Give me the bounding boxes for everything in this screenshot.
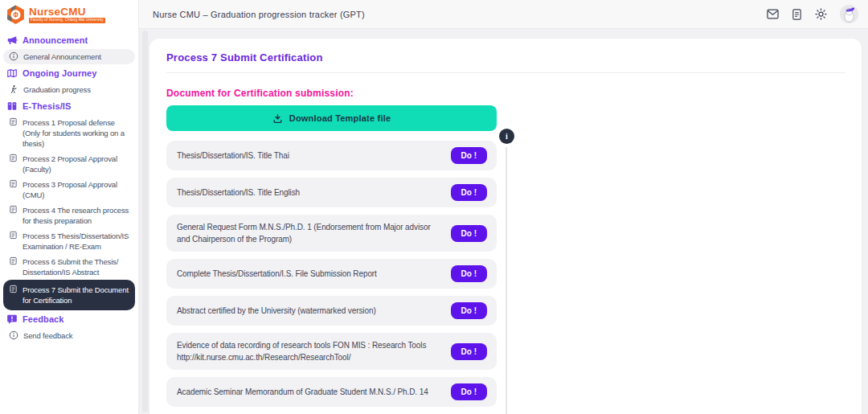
map-icon bbox=[6, 68, 18, 79]
nursecmu-hexagon-logo-icon bbox=[6, 4, 26, 25]
sidebar-item-process-2[interactable]: Process 2 Proposal Approval (Faculty) bbox=[3, 151, 135, 177]
sidebar-item-label: General Announcement bbox=[23, 51, 101, 62]
sidebar-nav: Announcement General Announcement Ongoin… bbox=[0, 29, 138, 343]
do-button[interactable]: Do ! bbox=[451, 184, 487, 201]
document-icon bbox=[9, 179, 18, 188]
sidebar-item-process-5[interactable]: Process 5 Thesis/Dissertation/IS Examina… bbox=[3, 228, 135, 254]
sidebar-item-label: Process 4 The research process for thesi… bbox=[23, 205, 130, 226]
document-icon bbox=[9, 154, 18, 162]
document-label: Complete Thesis/Dissertation/I.S. File S… bbox=[177, 268, 444, 280]
megaphone-icon bbox=[6, 35, 18, 46]
divider bbox=[166, 72, 845, 73]
document-icon bbox=[9, 256, 18, 265]
sidebar-section-announcement: Announcement bbox=[3, 31, 135, 49]
document-icon bbox=[9, 117, 18, 126]
document-icon bbox=[9, 205, 18, 214]
document-label: Thesis/Dissertation/IS. Title Thai bbox=[177, 150, 444, 162]
document-row-academic-seminar-memo: Academic Seminar Memorandum of Graduate … bbox=[166, 377, 497, 407]
document-row-thai-title: Thesis/Dissertation/IS. Title Thai Do ! bbox=[166, 141, 497, 170]
timeline-line bbox=[506, 147, 507, 414]
app-logo[interactable]: NurseCMU Faculty of Nursing, Chiang Mai … bbox=[0, 0, 138, 29]
process-card: Process 7 Submit Certification Document … bbox=[149, 39, 862, 414]
sidebar-item-label: Process 2 Proposal Approval (Faculty) bbox=[23, 154, 130, 174]
sidebar-item-process-4[interactable]: Process 4 The research process for thesi… bbox=[3, 203, 135, 228]
document-row-research-tools-evidence: Evidence of data recording of research t… bbox=[166, 333, 497, 370]
scrollbar-track[interactable] bbox=[142, 31, 148, 412]
document-icon bbox=[9, 231, 18, 240]
sidebar-section-ongoing-journey: Ongoing Journey bbox=[3, 64, 135, 82]
sidebar-item-general-announcement[interactable]: General Announcement bbox=[3, 49, 135, 64]
sidebar-item-label: Process 3 Proposal Approval (CMU) bbox=[23, 179, 130, 200]
brand-tagline: Faculty of Nursing, Chiang Mai Universit… bbox=[29, 18, 105, 23]
sidebar-section-label: Ongoing Journey bbox=[23, 68, 97, 78]
sidebar-section-feedback: Feedback bbox=[3, 310, 135, 328]
sidebar-item-label: Process 5 Thesis/Dissertation/IS Examina… bbox=[23, 231, 130, 252]
download-template-button[interactable]: Download Template file bbox=[166, 105, 497, 131]
document-row-general-request-form: General Request Form M.N.S./Ph.D. 1 (End… bbox=[166, 215, 497, 252]
brand-name: NurseCMU bbox=[29, 6, 105, 18]
do-button[interactable]: Do ! bbox=[451, 265, 487, 282]
document-icon[interactable] bbox=[792, 9, 802, 20]
sidebar-item-label: Process 6 Submit the Thesis/ Dissertatio… bbox=[23, 256, 130, 277]
document-label: Thesis/Dissertation/IS. Title English bbox=[177, 187, 444, 199]
app-title: Nurse CMU – Graduation progression track… bbox=[153, 10, 365, 19]
download-button-label: Download Template file bbox=[289, 113, 391, 123]
info-circle-icon bbox=[9, 51, 18, 61]
do-button[interactable]: Do ! bbox=[451, 225, 487, 242]
do-button[interactable]: Do ! bbox=[451, 302, 487, 319]
download-icon bbox=[272, 113, 283, 124]
user-avatar[interactable] bbox=[840, 5, 858, 23]
info-circle-icon bbox=[9, 330, 18, 340]
main-content: Process 7 Submit Certification Document … bbox=[139, 29, 868, 414]
sidebar-item-label: Process 7 Submit the Document for Certif… bbox=[23, 285, 130, 305]
sidebar: NurseCMU Faculty of Nursing, Chiang Mai … bbox=[0, 0, 139, 414]
do-button[interactable]: Do ! bbox=[451, 383, 487, 400]
sidebar-section-label: Announcement bbox=[23, 35, 88, 45]
mail-icon[interactable] bbox=[767, 9, 779, 19]
do-button[interactable]: Do ! bbox=[451, 147, 487, 164]
page-title: Process 7 Submit Certification bbox=[166, 51, 845, 64]
document-row-file-submission-report: Complete Thesis/Dissertation/I.S. File S… bbox=[166, 259, 497, 289]
sidebar-item-process-6[interactable]: Process 6 Submit the Thesis/ Dissertatio… bbox=[3, 254, 135, 280]
document-row-english-title: Thesis/Dissertation/IS. Title English Do… bbox=[166, 178, 497, 207]
sidebar-item-label: Process 1 Proposal defense (Only for stu… bbox=[23, 117, 130, 149]
books-icon bbox=[6, 100, 18, 112]
sidebar-section-ethesis: E-Thesis/IS bbox=[3, 97, 135, 115]
sidebar-item-process-1[interactable]: Process 1 Proposal defense (Only for stu… bbox=[3, 115, 135, 151]
sidebar-item-label: Send feedback bbox=[23, 330, 72, 341]
document-row-abstract-certified: Abstract certified by the University (wa… bbox=[166, 296, 497, 326]
document-label: Academic Seminar Memorandum of Graduate … bbox=[177, 386, 444, 398]
sidebar-item-process-3[interactable]: Process 3 Proposal Approval (CMU) bbox=[3, 177, 135, 203]
document-label: Abstract certified by the University (wa… bbox=[177, 305, 444, 317]
info-icon[interactable]: i bbox=[499, 129, 514, 144]
sidebar-section-label: E-Thesis/IS bbox=[23, 101, 71, 111]
document-label: General Request Form M.N.S./Ph.D. 1 (End… bbox=[177, 221, 444, 245]
document-label: Evidence of data recording of research t… bbox=[177, 339, 444, 363]
sidebar-section-label: Feedback bbox=[23, 314, 64, 324]
section-label: Document for Certification submission: bbox=[166, 88, 497, 99]
sidebar-item-send-feedback[interactable]: Send feedback bbox=[3, 328, 135, 343]
sidebar-item-process-7-selected[interactable]: Process 7 Submit the Document for Certif… bbox=[3, 280, 135, 310]
topbar: Nurse CMU – Graduation progression track… bbox=[139, 0, 868, 29]
do-button[interactable]: Do ! bbox=[451, 343, 487, 360]
document-icon bbox=[9, 285, 18, 293]
chat-exclamation-icon bbox=[6, 314, 18, 325]
theme-toggle-sun-icon[interactable] bbox=[815, 8, 827, 20]
walking-person-icon bbox=[9, 84, 18, 94]
sidebar-item-graduation-progress[interactable]: Graduation progress bbox=[3, 82, 135, 97]
sidebar-item-label: Graduation progress bbox=[23, 84, 91, 95]
